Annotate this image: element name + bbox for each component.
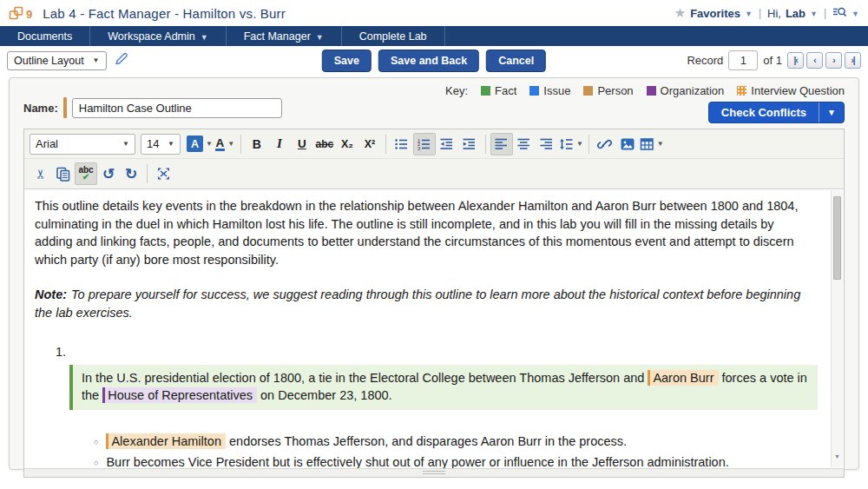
intro-paragraph: This outline details key events in the b… [35, 197, 804, 268]
font-size-select[interactable]: 14 ▼ [141, 134, 181, 155]
resize-grip-icon[interactable] [423, 471, 445, 475]
align-left-button[interactable] [490, 133, 513, 155]
maximize-button[interactable] [152, 162, 174, 185]
scrollbar-down-arrow-icon[interactable]: ▼ [834, 448, 840, 466]
interview-question-swatch-icon [737, 86, 746, 96]
select-arrow-icon: ▼ [122, 140, 129, 148]
select-arrow-icon: ▼ [93, 56, 100, 64]
nav-item-fact-manager[interactable]: Fact Manager ▼ [227, 26, 342, 46]
copy-button[interactable] [52, 162, 75, 185]
align-right-button[interactable] [536, 133, 558, 155]
chevron-down-icon: ▼ [576, 140, 583, 148]
strikethrough-button[interactable]: abc [313, 133, 336, 155]
scrollbar-thumb[interactable] [833, 196, 841, 280]
outline-detail-panel: Name: Key: Fact Issue Person [9, 77, 859, 470]
align-center-button[interactable] [513, 133, 536, 155]
key-label: Key: [445, 84, 468, 97]
app-header: 9 Lab 4 - Fact Manager - Hamilton vs. Bu… [0, 0, 868, 26]
name-label: Name: [23, 102, 58, 115]
chevron-down-icon[interactable]: ▼ [745, 10, 753, 18]
font-color-button[interactable]: A ▼ [214, 133, 236, 155]
favorites-star-icon[interactable]: ★ [674, 5, 686, 21]
cut-button[interactable]: ✂ [30, 162, 52, 185]
fact-highlight-block[interactable]: In the U.S. presidential election of 180… [69, 365, 818, 410]
cancel-button[interactable]: Cancel [486, 50, 546, 72]
main-navbar: Documents Workspace Admin ▼ Fact Manager… [0, 26, 868, 46]
nav-item-workspace-admin[interactable]: Workspace Admin ▼ [90, 26, 226, 46]
chevron-down-icon[interactable]: ▼ [819, 102, 844, 122]
item1-sub-list: ○ Alexander Hamilton endorses Thomas Jef… [94, 433, 819, 469]
record-label: Record [687, 54, 723, 67]
nav-item-complete-lab[interactable]: Complete Lab [342, 26, 445, 46]
action-bar: Outline Layout ▼ Save Save and Back Canc… [0, 46, 868, 75]
toolbar-divider [385, 135, 386, 154]
editor-resize-strip[interactable] [24, 468, 844, 477]
font-family-select[interactable]: Arial ▼ [30, 134, 135, 155]
legend-item-person: Person [583, 84, 633, 97]
underline-button[interactable]: U [291, 133, 313, 155]
user-menu[interactable]: Lab [786, 7, 806, 20]
organization-link-house-of-representatives[interactable]: House of Representatives [102, 387, 257, 403]
italic-button[interactable]: I [268, 133, 291, 155]
subscript-button[interactable]: X₂ [336, 133, 358, 155]
undo-button[interactable]: ↺ [97, 162, 120, 185]
rich-text-editor: Arial ▼ 14 ▼ A ▼ A ▼ B I U abc X₂ X² [23, 129, 845, 478]
item1-number: 1. [56, 343, 819, 361]
bullet-list-button[interactable] [391, 133, 413, 155]
editor-toolbar-row1: Arial ▼ 14 ▼ A ▼ A ▼ B I U abc X₂ X² [24, 129, 844, 158]
bold-button[interactable]: B [246, 133, 268, 155]
table-button[interactable]: ▼ [639, 133, 665, 155]
select-arrow-icon: ▼ [168, 140, 174, 148]
line-height-button[interactable]: ▼ [558, 133, 584, 155]
greeting-prefix: Hi, [767, 7, 781, 20]
first-record-button[interactable]: |‹ [787, 52, 804, 69]
scissors-icon: ✂ [33, 169, 49, 180]
chevron-down-icon[interactable]: ▼ [852, 10, 859, 18]
chevron-down-icon: ▼ [227, 140, 234, 148]
bullet-circle-icon: ○ [94, 454, 98, 468]
link-button[interactable] [594, 133, 616, 155]
record-number-input[interactable] [728, 50, 758, 70]
spellcheck-button[interactable]: abc ✔ [75, 162, 97, 185]
header-separator: | [824, 7, 826, 19]
nav-item-documents[interactable]: Documents [0, 26, 90, 46]
check-conflicts-button[interactable]: Check Conflicts ▼ [708, 102, 845, 123]
note-paragraph: Note:To prepare yourself for success, we… [35, 286, 819, 321]
superscript-button[interactable]: X² [358, 133, 381, 155]
toolbar-divider [147, 164, 148, 183]
background-color-button[interactable]: A ▼ [186, 133, 214, 155]
fact-swatch-icon [481, 86, 490, 96]
image-button[interactable] [616, 133, 639, 155]
layout-select[interactable]: Outline Layout ▼ [7, 51, 107, 70]
save-button[interactable]: Save [322, 50, 372, 72]
editor-vertical-scrollbar[interactable]: ▼ [831, 190, 843, 467]
last-record-button[interactable]: ›| [845, 52, 861, 69]
favorites-menu[interactable]: Favorites [690, 7, 740, 20]
redo-button[interactable]: ↻ [120, 162, 142, 185]
workspace-logo-icon[interactable]: 9 [9, 6, 32, 21]
advanced-search-icon[interactable] [832, 6, 847, 21]
outdent-button[interactable] [436, 133, 458, 155]
svg-text:3: 3 [418, 145, 420, 150]
legend-item-organization: Organization [647, 84, 725, 97]
editor-content[interactable]: This outline details key events in the b… [24, 188, 844, 468]
person-accent-bar [63, 97, 67, 118]
check-icon: ✔ [82, 174, 89, 181]
save-and-back-button[interactable]: Save and Back [378, 50, 479, 72]
person-link-aaron-burr[interactable]: Aaron Burr [648, 370, 718, 386]
next-record-button[interactable]: › [825, 52, 842, 69]
indent-button[interactable] [458, 133, 481, 155]
outline-name-input[interactable] [72, 98, 282, 118]
chevron-down-icon: ▼ [206, 140, 213, 148]
edit-pencil-icon[interactable] [114, 51, 128, 69]
chevron-down-icon: ▼ [201, 33, 208, 42]
note-label: Note: [35, 287, 67, 301]
chevron-down-icon[interactable]: ▼ [810, 10, 818, 18]
note-text: To prepare yourself for success, we sugg… [35, 287, 800, 320]
previous-record-button[interactable]: ‹ [806, 52, 823, 69]
numbered-list-button[interactable]: 123 [413, 133, 436, 155]
workspace-number: 9 [26, 8, 32, 21]
header-separator: | [759, 7, 761, 19]
person-swatch-icon [583, 86, 593, 96]
person-link-alexander-hamilton[interactable]: Alexander Hamilton [106, 433, 226, 449]
